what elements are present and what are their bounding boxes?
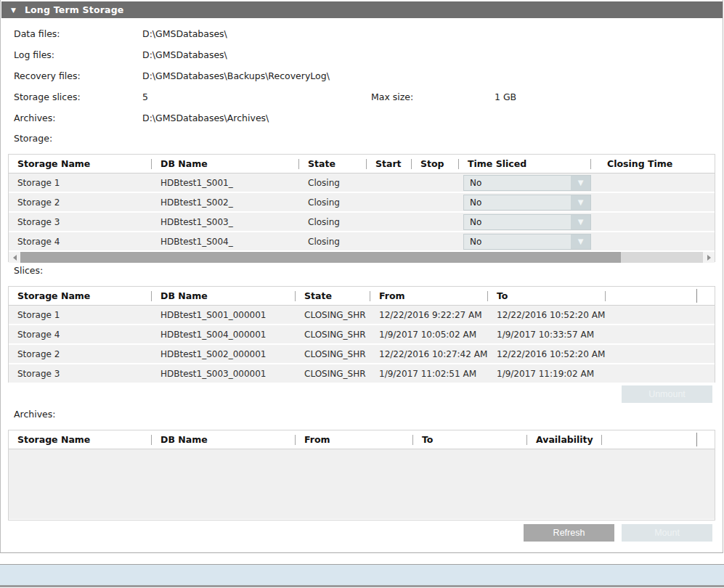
time-sliced-dropdown[interactable]: No ▼ [463,195,591,211]
cell-start [367,213,412,231]
column-header-closing-time[interactable]: Closing Time [591,155,715,173]
chevron-down-icon[interactable]: ▼ [571,176,590,190]
column-header-stop[interactable]: Stop [412,155,459,173]
settings-fields: Data files: D:\GMSDatabases\ Log files: … [1,25,724,130]
column-header-availability[interactable]: Availability [527,430,602,449]
section-header-long-term-storage[interactable]: ▼ Long Term Storage [1,1,723,18]
archives-table: Storage Name DB Name From To Availabilit… [8,430,715,520]
field-label: Log files: [14,49,54,60]
cell-storage-name: Storage 3 [9,213,152,231]
cell-stop [412,232,459,250]
column-header-state[interactable]: State [296,287,370,305]
scroll-left-button[interactable] [9,252,20,263]
table-row[interactable]: Storage 1 HDBtest1_S001_ Closing No ▼ [9,173,715,192]
time-sliced-dropdown[interactable]: No ▼ [463,214,591,230]
cell-storage-name: Storage 1 [9,173,152,192]
cell-db-name: HDBtest1_S002_ [152,193,299,211]
scroll-right-icon [707,255,711,261]
table-row[interactable]: Storage 4 HDBtest1_S004_000001 CLOSING_S… [9,325,715,343]
cell-db-name: HDBtest1_S003_ [152,213,299,231]
cell-storage-name: Storage 3 [9,364,152,383]
cell-state: CLOSING_SHR [296,306,370,324]
column-header-tail [697,430,715,449]
table-row[interactable]: Storage 3 HDBtest1_S003_ Closing No ▼ [9,213,715,231]
field-value: D:\GMSDatabases\Backups\RecoveryLog\ [142,70,330,81]
scroll-left-icon [13,255,17,261]
scroll-right-button[interactable] [703,252,715,263]
cell-stop [412,193,459,211]
cell-storage-name: Storage 4 [9,325,152,343]
scrollbar-thumb[interactable] [20,252,621,263]
column-header-db-name[interactable]: DB Name [152,155,299,173]
field-row-archives: Archives: D:\GMSDatabases\Archives\ [1,109,724,130]
slices-section-label: Slices: [14,265,43,276]
chevron-down-icon[interactable]: ▼ [571,234,590,249]
cell-start [367,232,412,250]
table-row[interactable]: Storage 3 HDBtest1_S003_000001 CLOSING_S… [9,364,715,383]
unmount-button[interactable]: Unmount [622,385,712,403]
cell-state: CLOSING_SHR [296,364,370,383]
cell-empty [606,345,715,363]
cell-state: CLOSING_SHR [296,325,370,343]
cell-db-name: HDBtest1_S002_000001 [152,345,296,363]
field-label: Data files: [14,28,60,39]
column-header-to[interactable]: To [488,287,606,305]
cell-db-name: HDBtest1_S001_ [152,173,299,192]
dropdown-value: No [464,217,571,227]
collapsed-section-bar[interactable] [0,564,724,587]
column-header-state[interactable]: State [299,155,367,173]
horizontal-scrollbar[interactable] [9,252,715,263]
scrollbar-track[interactable] [20,252,703,263]
time-sliced-dropdown[interactable]: No ▼ [463,175,591,191]
storage-table: Storage Name DB Name State Start Stop Ti… [8,154,715,262]
table-row[interactable]: Storage 1 HDBtest1_S001_000001 CLOSING_S… [9,306,715,324]
table-row[interactable]: Storage 2 HDBtest1_S002_000001 CLOSING_S… [9,345,715,363]
field-row-storage-slices: Storage slices: 5 Max size: 1 GB [1,88,724,109]
cell-state: Closing [299,232,367,250]
collapse-triangle-icon: ▼ [11,7,16,14]
column-header-storage-name[interactable]: Storage Name [9,287,152,305]
cell-from: 12/22/2016 10:27:42 AM [370,345,488,363]
column-header-start[interactable]: Start [367,155,412,173]
column-header-storage-name[interactable]: Storage Name [9,430,152,449]
cell-state: Closing [299,213,367,231]
column-header-empty[interactable] [606,287,697,305]
column-header-db-name[interactable]: DB Name [152,430,296,449]
chevron-down-icon[interactable]: ▼ [571,215,590,229]
column-header-to[interactable]: To [413,430,527,449]
cell-db-name: HDBtest1_S004_ [152,232,299,250]
cell-time-sliced: No ▼ [459,193,591,211]
cell-to: 1/9/2017 11:19:02 AM [488,364,606,383]
column-header-time-sliced[interactable]: Time Sliced [459,155,591,173]
time-sliced-dropdown[interactable]: No ▼ [463,234,591,250]
cell-time-sliced: No ▼ [459,232,591,250]
column-header-tail [697,287,715,305]
table-row[interactable]: Storage 4 HDBtest1_S004_ Closing No ▼ [9,232,715,250]
content-panel: ▼ Long Term Storage Data files: D:\GMSDa… [0,0,723,553]
field-value-max-size: 1 GB [495,91,516,102]
column-header-from[interactable]: From [296,430,413,449]
dropdown-value: No [464,178,571,188]
column-header-storage-name[interactable]: Storage Name [9,155,152,173]
table-row[interactable]: Storage 2 HDBtest1_S002_ Closing No ▼ [9,193,715,211]
column-header-db-name[interactable]: DB Name [152,287,296,305]
slices-table-header: Storage Name DB Name State From To [9,287,715,306]
field-row-recovery-files: Recovery files: D:\GMSDatabases\Backups\… [1,67,724,88]
chevron-down-icon[interactable]: ▼ [571,195,590,210]
field-label: Recovery files: [14,70,81,81]
field-label-max-size: Max size: [371,91,413,102]
column-header-from[interactable]: From [370,287,488,305]
column-header-empty[interactable] [602,430,697,449]
mount-button[interactable]: Mount [622,524,712,542]
cell-empty [606,364,715,383]
dropdown-value: No [464,197,571,208]
cell-db-name: HDBtest1_S004_000001 [152,325,296,343]
cell-time-sliced: No ▼ [459,173,591,192]
section-title: Long Term Storage [25,4,124,15]
archives-table-header: Storage Name DB Name From To Availabilit… [9,430,715,449]
field-row-data-files: Data files: D:\GMSDatabases\ [1,25,724,46]
cell-storage-name: Storage 4 [9,232,152,250]
cell-empty [606,325,715,343]
refresh-button[interactable]: Refresh [524,524,614,542]
cell-state: CLOSING_SHR [296,345,370,363]
